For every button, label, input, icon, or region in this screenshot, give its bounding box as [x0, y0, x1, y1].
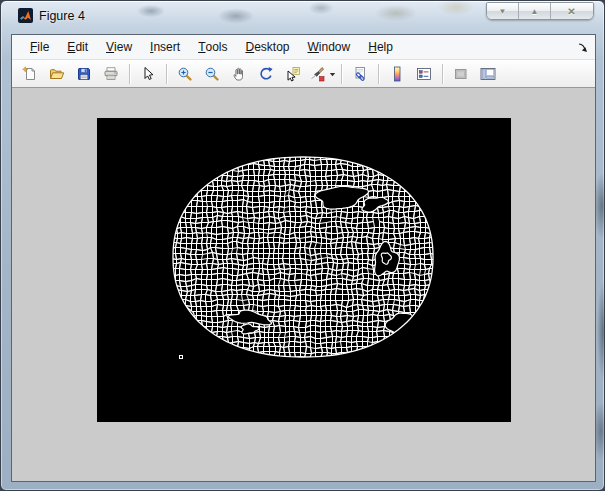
new-figure-button[interactable]: [17, 62, 43, 86]
rotate-3d-button[interactable]: [253, 62, 279, 86]
close-button[interactable]: ✕: [551, 3, 593, 19]
figure-image-canvas[interactable]: [97, 118, 511, 422]
toolbar-separator: [442, 64, 444, 84]
menu-file[interactable]: File: [21, 35, 58, 59]
toolbar-separator: [166, 64, 168, 84]
figure-background: [12, 88, 595, 482]
menu-help[interactable]: Help: [359, 35, 402, 59]
maximize-icon: ▲: [531, 7, 539, 16]
menu-desktop[interactable]: Desktop: [236, 35, 298, 59]
legend-icon: [416, 66, 432, 82]
toolbar-separator: [341, 64, 343, 84]
circular-arrow-icon: [258, 66, 274, 82]
open-file-button[interactable]: [44, 62, 70, 86]
datatip-icon: [285, 66, 301, 82]
link-plot-button[interactable]: [347, 62, 373, 86]
data-cursor-button[interactable]: [280, 62, 306, 86]
magnifier-plus-icon: [177, 66, 193, 82]
window-controls: ▼ ▲ ✕: [486, 2, 594, 20]
gray-square-icon: [453, 66, 469, 82]
magnifier-minus-icon: [204, 66, 220, 82]
window-title: Figure 4: [39, 9, 85, 23]
colorbar-icon: [389, 66, 405, 82]
chain-link-icon: [352, 66, 368, 82]
chevron-down-icon: [329, 66, 336, 82]
pan-button[interactable]: [226, 62, 252, 86]
close-icon: ✕: [567, 6, 576, 17]
toolbar-separator: [378, 64, 380, 84]
toolbar-separator: [129, 64, 131, 84]
menu-view[interactable]: View: [97, 35, 141, 59]
minimize-button[interactable]: ▼: [487, 3, 519, 19]
floppy-disk-icon: [76, 66, 92, 82]
menu-edit[interactable]: Edit: [58, 35, 97, 59]
title-bar[interactable]: Figure 4 ▼ ▲ ✕: [1, 1, 604, 34]
menu-insert[interactable]: Insert: [141, 35, 189, 59]
hand-icon: [231, 66, 247, 82]
show-plot-tools-button[interactable]: [475, 62, 501, 86]
menu-bar: File Edit View Insert Tools Desktop Wind…: [12, 35, 595, 60]
brush-data-button[interactable]: [307, 62, 327, 86]
dock-figure-icon[interactable]: [577, 42, 588, 53]
figure-client-area: File Edit View Insert Tools Desktop Wind…: [11, 34, 596, 482]
minimize-icon: ▼: [499, 7, 507, 16]
insert-colorbar-button[interactable]: [384, 62, 410, 86]
insert-legend-button[interactable]: [411, 62, 437, 86]
save-figure-button[interactable]: [71, 62, 97, 86]
printer-icon: [103, 66, 119, 82]
folder-open-icon: [49, 66, 65, 82]
brush-icon: [309, 66, 325, 82]
zoom-in-button[interactable]: [172, 62, 198, 86]
matlab-logo-icon: [18, 8, 33, 23]
hide-plot-tools-button[interactable]: [448, 62, 474, 86]
maximize-button[interactable]: ▲: [519, 3, 551, 19]
zoom-out-button[interactable]: [199, 62, 225, 86]
edit-plot-button[interactable]: [135, 62, 161, 86]
figure-toolbar: [12, 60, 595, 88]
brush-dropdown-caret[interactable]: [328, 62, 337, 86]
menu-tools[interactable]: Tools: [189, 35, 236, 59]
menu-window[interactable]: Window: [299, 35, 360, 59]
cursor-arrow-icon: [140, 66, 156, 82]
new-document-icon: [22, 66, 38, 82]
plot-tools-icon: [480, 66, 496, 82]
figure-window: Figure 4 ▼ ▲ ✕ File Edit View Insert Too…: [0, 0, 605, 491]
print-figure-button[interactable]: [98, 62, 124, 86]
